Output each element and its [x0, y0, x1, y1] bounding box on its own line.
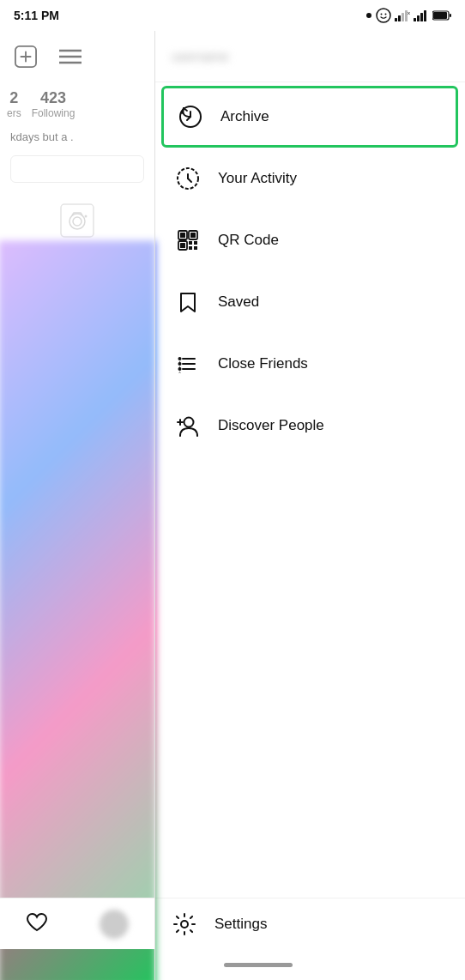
profile-avatar[interactable] — [100, 910, 129, 939]
panel-divider — [154, 31, 155, 980]
signal2-icon — [414, 9, 429, 21]
following-count: 423 — [40, 89, 66, 107]
photo-grid — [0, 241, 156, 980]
followers-label: ers — [7, 107, 21, 119]
likes-button[interactable] — [26, 912, 48, 936]
svg-point-50 — [181, 921, 188, 928]
menu-item-archive[interactable]: Archive — [161, 86, 458, 148]
right-panel: username Archive — [154, 31, 465, 980]
menu-item-saved[interactable]: Saved — [161, 271, 458, 333]
add-post-button[interactable] — [10, 41, 41, 72]
left-panel: 2 ers 423 Following kdays but a . — [0, 31, 154, 980]
activity-icon — [175, 166, 201, 191]
menu-item-discover-people[interactable]: Discover People — [161, 395, 458, 457]
svg-rect-11 — [420, 13, 423, 21]
menu-list: Archive Your Activity — [154, 82, 465, 898]
saved-icon — [175, 289, 201, 315]
battery-icon — [432, 10, 451, 21]
status-time: 5:11 PM — [14, 9, 59, 22]
saved-label: Saved — [218, 293, 259, 311]
status-icons: x — [365, 8, 451, 23]
svg-rect-10 — [417, 15, 420, 21]
bio-text: kdays but a . — [0, 119, 154, 145]
svg-point-41 — [178, 357, 182, 360]
svg-point-45 — [178, 367, 182, 371]
svg-rect-31 — [190, 233, 196, 238]
app-layout: 2 ers 423 Following kdays but a . — [0, 31, 465, 980]
svg-point-24 — [73, 217, 82, 226]
status-bar: 5:11 PM x — [0, 0, 465, 31]
svg-point-23 — [69, 214, 85, 229]
svg-rect-15 — [450, 14, 451, 17]
username-bar: username — [154, 31, 465, 82]
settings-icon — [172, 911, 197, 937]
close-friends-icon — [175, 351, 201, 377]
svg-rect-34 — [189, 241, 192, 245]
discover-label: Discover People — [218, 417, 324, 434]
svg-rect-12 — [424, 10, 426, 21]
menu-item-close-friends[interactable]: Close Friends — [161, 333, 458, 395]
menu-item-your-activity[interactable]: Your Activity — [161, 148, 458, 209]
svg-rect-35 — [194, 241, 197, 245]
hamburger-icon — [59, 45, 82, 68]
svg-point-43 — [178, 362, 182, 366]
qr-label: QR Code — [218, 232, 279, 249]
svg-rect-33 — [180, 243, 185, 248]
face-icon — [376, 8, 391, 23]
archive-icon — [178, 104, 203, 130]
followers-count: 2 — [9, 89, 18, 107]
settings-label: Settings — [214, 916, 267, 933]
following-stat[interactable]: 423 Following — [32, 89, 75, 119]
plus-square-icon — [15, 45, 37, 68]
svg-rect-6 — [402, 13, 404, 21]
svg-rect-9 — [414, 18, 416, 21]
svg-point-0 — [366, 13, 371, 18]
activity-label: Your Activity — [218, 170, 297, 187]
svg-point-3 — [385, 14, 387, 15]
menu-item-qr-code[interactable]: QR Code — [161, 209, 458, 271]
signal1-icon: x — [395, 9, 410, 21]
svg-marker-46 — [178, 372, 181, 373]
svg-rect-4 — [395, 18, 397, 21]
close-friends-label: Close Friends — [218, 355, 308, 372]
settings-row[interactable]: Settings — [154, 898, 465, 949]
dot-icon — [365, 12, 372, 19]
edit-profile-button[interactable] — [10, 155, 144, 183]
archive-label: Archive — [220, 108, 269, 125]
svg-rect-37 — [194, 246, 197, 250]
heart-icon — [26, 912, 48, 933]
svg-point-25 — [85, 215, 88, 218]
svg-point-1 — [377, 9, 390, 22]
discover-people-icon — [175, 413, 201, 439]
following-label: Following — [32, 107, 75, 119]
svg-text:x: x — [408, 10, 410, 15]
svg-rect-5 — [398, 15, 401, 21]
home-indicator — [224, 963, 293, 967]
profile-header — [0, 31, 154, 82]
qr-icon — [175, 227, 201, 253]
svg-rect-36 — [189, 246, 192, 250]
username-display: username — [172, 49, 229, 64]
profile-stats: 2 ers 423 Following — [0, 89, 154, 119]
svg-point-47 — [184, 418, 194, 427]
hamburger-button[interactable] — [55, 41, 86, 72]
svg-rect-29 — [180, 233, 185, 238]
followers-stat[interactable]: 2 ers — [7, 89, 21, 119]
svg-rect-22 — [61, 204, 94, 237]
bottom-nav — [0, 898, 154, 949]
svg-point-2 — [381, 14, 383, 15]
camera-icon — [60, 203, 94, 238]
svg-rect-14 — [433, 12, 447, 19]
